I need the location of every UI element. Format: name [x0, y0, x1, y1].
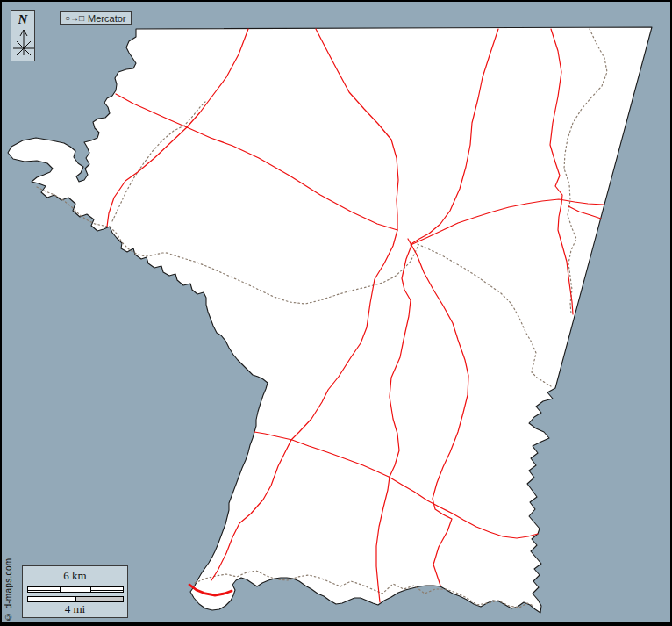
- map-canvas: [2, 2, 670, 622]
- scale-segment: [60, 587, 90, 592]
- scale-mi-bar: [27, 596, 124, 602]
- copyright-text: © d-maps.com: [4, 555, 17, 625]
- projection-transform-icon: ○→□: [65, 13, 84, 23]
- scale-km-bar: [27, 586, 124, 593]
- north-letter: N: [11, 12, 34, 27]
- projection-button[interactable]: ○→□ Mercator: [60, 11, 132, 25]
- compass-rose: N: [11, 10, 35, 61]
- scale-bar: 6 km 4 mi: [22, 565, 128, 618]
- scale-segment: [90, 587, 123, 592]
- county-outline: [8, 27, 652, 613]
- compass-arrow-icon: [11, 27, 36, 59]
- map-frame: N ○→□ Mercator 6 km 4 mi: [0, 0, 672, 626]
- scale-segment: [28, 587, 60, 592]
- scale-segment: [75, 597, 123, 601]
- scale-km-label: 6 km: [23, 569, 127, 583]
- scale-mi-label: 4 mi: [23, 602, 127, 616]
- projection-label: Mercator: [88, 13, 125, 24]
- scale-segment: [28, 597, 75, 601]
